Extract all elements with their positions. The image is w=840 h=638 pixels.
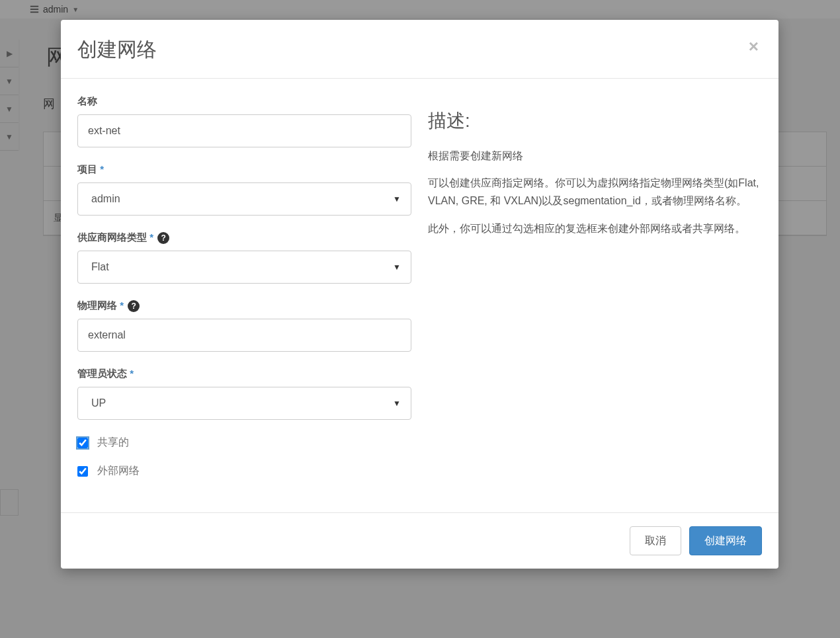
cancel-button[interactable]: 取消 (630, 526, 681, 555)
required-indicator: * (149, 231, 153, 243)
project-label: 项目 * (77, 163, 411, 176)
provider-type-label: 供应商网络类型 * ? (77, 231, 411, 244)
project-select[interactable]: admin ▼ (77, 182, 411, 216)
admin-state-label: 管理员状态 * (77, 368, 411, 380)
chevron-down-icon: ▼ (393, 262, 401, 272)
provider-type-select[interactable]: Flat ▼ (77, 251, 411, 284)
external-label: 外部网络 (97, 464, 140, 478)
required-indicator: * (100, 163, 104, 175)
name-input[interactable] (77, 114, 411, 147)
description-text: 可以创建供应商指定网络。你可以为虚拟网络指定物理网络类型(如Flat, VLAN… (428, 174, 762, 210)
physical-network-input[interactable] (77, 319, 411, 352)
chevron-down-icon: ▼ (393, 194, 401, 204)
admin-state-select[interactable]: UP ▼ (77, 387, 411, 420)
description-text: 此外，你可以通过勾选相应的复选框来创建外部网络或者共享网络。 (428, 219, 762, 237)
help-icon[interactable]: ? (128, 300, 140, 312)
shared-label: 共享的 (97, 436, 129, 450)
description-text: 根据需要创建新网络 (428, 147, 762, 165)
description-title: 描述: (428, 108, 762, 134)
shared-checkbox[interactable] (77, 438, 88, 448)
chevron-down-icon: ▼ (393, 399, 401, 408)
create-network-modal: 创建网络 × 名称 项目 * admin ▼ 供应商网络类型 (61, 20, 778, 569)
close-icon[interactable]: × (749, 38, 759, 55)
modal-title: 创建网络 (77, 36, 157, 63)
physical-network-label: 物理网络 * ? (77, 299, 411, 312)
required-indicator: * (120, 299, 124, 311)
submit-button[interactable]: 创建网络 (689, 526, 762, 555)
external-checkbox[interactable] (77, 466, 88, 477)
help-icon[interactable]: ? (157, 232, 169, 244)
name-label: 名称 (77, 95, 411, 108)
required-indicator: * (130, 368, 134, 379)
